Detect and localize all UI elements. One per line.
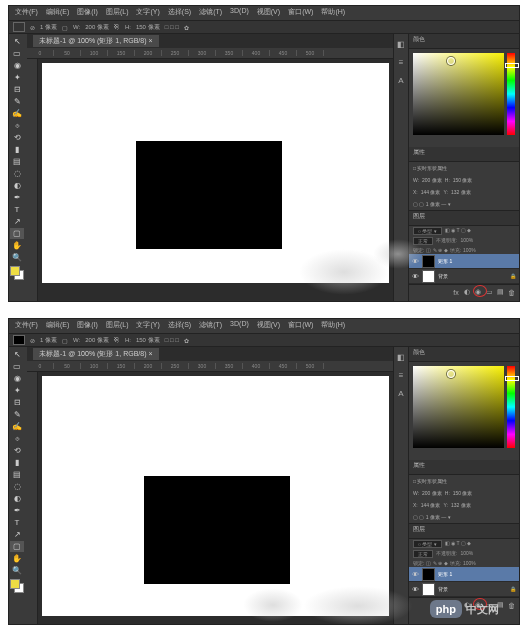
rectangle-shape[interactable] — [144, 476, 290, 584]
menu-type[interactable]: 文字(Y) — [136, 7, 159, 19]
menu-help[interactable]: 帮助(H) — [321, 320, 345, 332]
panel-tab-icon[interactable]: ≡ — [395, 369, 407, 381]
marquee-tool[interactable]: ▭ — [10, 48, 24, 59]
sv-field[interactable] — [413, 53, 504, 135]
prop-fill-stroke[interactable]: ▢ ▢ 1 像素 — ▾ — [409, 511, 519, 523]
menu-image[interactable]: 图像(I) — [77, 320, 98, 332]
layer-name[interactable]: 背景 — [438, 586, 448, 592]
prop-y-value[interactable]: 132 像素 — [451, 189, 471, 195]
lasso-tool[interactable]: ◉ — [10, 373, 24, 384]
adjustment-button[interactable]: ◉ — [473, 287, 483, 297]
eye-icon[interactable]: 👁 — [412, 586, 419, 593]
menu-window[interactable]: 窗口(W) — [288, 7, 313, 19]
prop-y-value[interactable]: 132 像素 — [451, 502, 471, 508]
brush-tool[interactable]: ✍ — [10, 108, 24, 119]
panel-tab-icon[interactable]: ◧ — [395, 38, 407, 50]
trash-button[interactable]: 🗑 — [506, 600, 516, 610]
crop-tool[interactable]: ⊟ — [10, 84, 24, 95]
menu-file[interactable]: 文件(F) — [15, 320, 38, 332]
hue-strip[interactable] — [507, 366, 515, 448]
sv-marker[interactable] — [447, 370, 455, 378]
group-button[interactable]: ▭ — [484, 287, 494, 297]
close-icon[interactable]: × — [148, 37, 152, 44]
prop-w-value[interactable]: 200 像素 — [422, 177, 442, 183]
layer-kind-filter[interactable]: ○ 类型 ▾ — [413, 540, 442, 548]
gradient-tool[interactable]: ▤ — [10, 156, 24, 167]
shape-mode-icon[interactable]: ▢ — [62, 24, 68, 31]
stamp-tool[interactable]: ⟐ — [10, 120, 24, 131]
stroke-none-icon[interactable]: ⊘ — [30, 24, 35, 31]
canvas[interactable] — [38, 59, 393, 302]
layers-panel-header[interactable]: 图层 — [409, 210, 519, 226]
path-tool[interactable]: ↗ — [10, 216, 24, 227]
fill-swatch[interactable] — [13, 22, 25, 32]
history-brush-tool[interactable]: ⟲ — [10, 132, 24, 143]
document-tab[interactable]: 未标题-1 @ 100% (矩形 1, RGB/8) × — [33, 35, 159, 47]
document-tab[interactable]: 未标题-1 @ 100% (矩形 1, RGB/8) × — [33, 348, 159, 360]
layers-panel-header[interactable]: 图层 — [409, 523, 519, 539]
panel-tab-icon[interactable]: A — [395, 74, 407, 86]
marquee-tool[interactable]: ▭ — [10, 361, 24, 372]
opacity-value[interactable]: 100% — [460, 237, 473, 245]
close-icon[interactable]: × — [148, 350, 152, 357]
properties-panel-header[interactable]: 属性 — [409, 147, 519, 162]
color-picker[interactable] — [409, 362, 519, 460]
lock-icons[interactable]: ◫ ✎ ⊕ ◆ — [426, 247, 447, 253]
fg-bg-swatch[interactable] — [10, 266, 24, 280]
color-panel-header[interactable]: 颜色 — [409, 347, 519, 362]
eye-icon[interactable]: 👁 — [412, 258, 419, 265]
menu-3d[interactable]: 3D(D) — [230, 320, 249, 332]
pen-tool[interactable]: ✒ — [10, 505, 24, 516]
blur-tool[interactable]: ◌ — [10, 168, 24, 179]
w-value[interactable]: 200 像素 — [85, 336, 109, 345]
fill-value[interactable]: 100% — [463, 247, 476, 253]
fg-color[interactable] — [10, 579, 20, 589]
opacity-value[interactable]: 100% — [460, 550, 473, 558]
hue-slider[interactable] — [505, 376, 519, 381]
stroke-width[interactable]: 1 像素 — [40, 336, 57, 345]
path-tool[interactable]: ↗ — [10, 529, 24, 540]
chain-icon[interactable]: ⛓ — [114, 24, 120, 30]
menu-image[interactable]: 图像(I) — [77, 7, 98, 19]
layer-row[interactable]: 👁 背景 🔒 — [409, 582, 519, 597]
fill-value[interactable]: 100% — [463, 560, 476, 566]
move-tool[interactable]: ↖ — [10, 349, 24, 360]
eraser-tool[interactable]: ▮ — [10, 457, 24, 468]
gear-icon[interactable]: ✿ — [184, 337, 189, 344]
panel-tab-icon[interactable]: A — [395, 387, 407, 399]
menu-filter[interactable]: 滤镜(T) — [199, 7, 222, 19]
prop-x-value[interactable]: 144 像素 — [421, 502, 441, 508]
eye-icon[interactable]: 👁 — [412, 571, 419, 578]
panel-tab-icon[interactable]: ≡ — [395, 56, 407, 68]
sv-marker[interactable] — [447, 57, 455, 65]
mask-button[interactable]: ◐ — [462, 287, 472, 297]
rectangle-tool[interactable]: ▢ — [10, 228, 24, 239]
eye-icon[interactable]: 👁 — [412, 273, 419, 280]
eyedropper-tool[interactable]: ✎ — [10, 409, 24, 420]
fg-bg-swatch[interactable] — [10, 579, 24, 593]
new-layer-button[interactable]: ▤ — [495, 287, 505, 297]
blur-tool[interactable]: ◌ — [10, 481, 24, 492]
zoom-tool[interactable]: 🔍 — [10, 565, 24, 576]
color-panel-header[interactable]: 颜色 — [409, 34, 519, 49]
prop-x-value[interactable]: 144 像素 — [421, 189, 441, 195]
stroke-none-icon[interactable]: ⊘ — [30, 337, 35, 344]
h-value[interactable]: 150 像素 — [136, 336, 160, 345]
color-picker[interactable] — [409, 49, 519, 147]
layer-name[interactable]: 背景 — [438, 273, 448, 279]
menu-edit[interactable]: 编辑(E) — [46, 7, 69, 19]
crop-tool[interactable]: ⊟ — [10, 397, 24, 408]
canvas[interactable] — [38, 372, 393, 625]
menu-type[interactable]: 文字(Y) — [136, 320, 159, 332]
shape-mode-icon[interactable]: ▢ — [62, 337, 68, 344]
dodge-tool[interactable]: ◐ — [10, 180, 24, 191]
w-value[interactable]: 200 像素 — [85, 23, 109, 32]
gear-icon[interactable]: ✿ — [184, 24, 189, 31]
stamp-tool[interactable]: ⟐ — [10, 433, 24, 444]
lasso-tool[interactable]: ◉ — [10, 60, 24, 71]
sv-field[interactable] — [413, 366, 504, 448]
menu-file[interactable]: 文件(F) — [15, 7, 38, 19]
eraser-tool[interactable]: ▮ — [10, 144, 24, 155]
panel-tab-icon[interactable]: ◧ — [395, 351, 407, 363]
fill-swatch[interactable] — [13, 335, 25, 345]
